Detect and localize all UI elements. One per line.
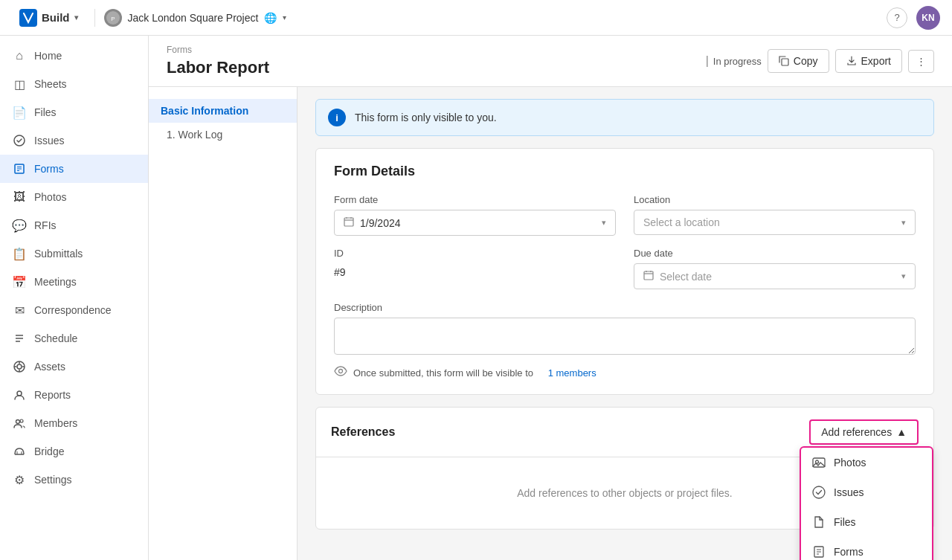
add-references-button[interactable]: Add references ▲: [809, 419, 919, 445]
meetings-icon: 📅: [12, 274, 27, 289]
form-date-value: 1/9/2024: [360, 217, 596, 229]
svg-point-16: [17, 391, 22, 396]
dropdown-label-issues: Issues: [834, 486, 863, 498]
issues-icon: [12, 133, 27, 148]
svg-point-17: [16, 420, 20, 424]
sidebar-item-schedule[interactable]: Schedule: [0, 324, 148, 353]
svg-rect-32: [813, 458, 825, 467]
sidebar-label-home: Home: [34, 50, 62, 62]
nav-label-work-log: 1. Work Log: [167, 129, 222, 141]
dropdown-item-issues[interactable]: Issues: [801, 477, 932, 507]
files-icon: 📄: [12, 105, 27, 120]
sidebar-item-reports[interactable]: Reports: [0, 381, 148, 409]
sidebar-label-schedule: Schedule: [34, 332, 77, 344]
id-value: #9: [334, 262, 616, 283]
nav-item-basic-info[interactable]: Basic Information: [149, 99, 297, 123]
help-button[interactable]: ?: [887, 7, 907, 28]
due-date-placeholder: Select date: [660, 271, 895, 283]
top-bar-divider: [94, 9, 95, 27]
dropdown-forms-icon: [811, 544, 826, 559]
status-text: In progress: [713, 56, 762, 67]
svg-point-10: [17, 364, 22, 369]
sidebar-item-submittals[interactable]: 📋 Submittals: [0, 239, 148, 268]
members-link[interactable]: 1 members: [548, 367, 596, 379]
svg-rect-22: [782, 59, 788, 65]
dropdown-photos-icon: [811, 455, 826, 470]
dropdown-item-photos[interactable]: Photos: [801, 448, 932, 477]
description-label: Description: [334, 302, 382, 313]
date-chevron-icon: ▾: [602, 218, 606, 228]
due-date-chevron-icon: ▾: [901, 271, 906, 281]
sidebar-label-sheets: Sheets: [34, 78, 67, 90]
sheets-icon: ◫: [12, 77, 27, 91]
due-calendar-icon: [643, 270, 654, 283]
info-icon: i: [328, 109, 346, 126]
rfis-icon: 💬: [12, 218, 27, 233]
description-textarea[interactable]: [334, 318, 916, 355]
sidebar-label-members: Members: [34, 417, 77, 429]
page-header-left: Forms Labor Report: [167, 45, 269, 77]
sidebar-item-files[interactable]: 📄 Files: [0, 98, 148, 126]
sidebar-item-issues[interactable]: Issues: [0, 126, 148, 155]
copy-label: Copy: [794, 55, 818, 67]
due-date-select[interactable]: Select date ▾: [634, 263, 916, 289]
sidebar-item-meetings[interactable]: 📅 Meetings: [0, 268, 148, 296]
sidebar-label-reports: Reports: [34, 389, 71, 401]
sidebar-item-members[interactable]: Members: [0, 409, 148, 437]
copy-button[interactable]: Copy: [768, 49, 829, 73]
sidebar-item-home[interactable]: ⌂ Home: [0, 42, 148, 70]
build-chevron-icon: ▾: [74, 13, 78, 22]
due-date-group: Due date Select date ▾: [634, 248, 916, 289]
svg-point-34: [813, 486, 825, 498]
sidebar-item-forms[interactable]: Forms: [0, 155, 148, 183]
location-chevron-icon: ▾: [901, 218, 906, 228]
sidebar-label-photos: Photos: [34, 191, 67, 203]
sidebar-item-rfis[interactable]: 💬 RFIs: [0, 211, 148, 239]
build-menu-button[interactable]: Build ▾: [12, 4, 86, 31]
status-dot-icon: |: [706, 54, 709, 68]
sidebar-item-photos[interactable]: 🖼 Photos: [0, 183, 148, 211]
form-details-title: Form Details: [334, 164, 916, 179]
main-layout: ⌂ Home ◫ Sheets 📄 Files Issues Forms 🖼 P…: [0, 36, 952, 560]
svg-point-18: [20, 419, 23, 422]
reports-icon: [12, 387, 27, 402]
add-references-chevron-icon: ▲: [896, 426, 907, 438]
two-panel: Basic Information 1. Work Log i This for…: [149, 87, 952, 560]
visibility-note: Once submitted, this form will be visibl…: [334, 366, 916, 379]
more-options-button[interactable]: ⋮: [908, 50, 934, 73]
sidebar-label-bridge: Bridge: [34, 445, 64, 457]
project-chevron-icon: ▾: [283, 13, 286, 22]
form-grid: Form date 1/9/2024 ▾ Location: [334, 194, 916, 289]
sidebar-item-assets[interactable]: Assets: [0, 353, 148, 381]
sidebar-item-sheets[interactable]: ◫ Sheets: [0, 70, 148, 98]
info-banner-message: This form is only visible to you.: [355, 112, 497, 123]
dropdown-label-files: Files: [834, 516, 856, 528]
content-area: Forms Labor Report | In progress Copy Ex…: [149, 36, 952, 560]
sidebar-item-bridge[interactable]: Bridge: [0, 437, 148, 466]
sidebar-item-correspondence[interactable]: ✉ Correspondence: [0, 296, 148, 324]
project-nav: P Jack London Square Project 🌐 ▾: [104, 9, 887, 27]
form-date-select[interactable]: 1/9/2024 ▾: [334, 210, 616, 236]
svg-rect-23: [344, 218, 353, 226]
nav-label-basic-info: Basic Information: [161, 105, 248, 117]
dropdown-item-forms[interactable]: Forms: [801, 537, 932, 560]
sidebar-item-settings[interactable]: ⚙ Settings: [0, 466, 148, 494]
project-name[interactable]: Jack London Square Project: [128, 12, 259, 24]
location-select[interactable]: Select a location ▾: [634, 210, 916, 235]
sidebar-label-settings: Settings: [34, 474, 72, 486]
sidebar-label-issues: Issues: [34, 135, 64, 147]
avatar[interactable]: KN: [916, 6, 940, 30]
sidebar-label-correspondence: Correspondence: [34, 304, 112, 316]
sidebar-label-files: Files: [34, 106, 57, 118]
add-references-dropdown: Photos Issues Files: [800, 446, 933, 560]
svg-text:P: P: [111, 16, 115, 22]
form-date-group: Form date 1/9/2024 ▾: [334, 194, 616, 236]
forms-icon: [12, 161, 27, 176]
left-nav-panel: Basic Information 1. Work Log: [149, 87, 298, 560]
export-button[interactable]: Export: [835, 49, 902, 73]
dropdown-item-files[interactable]: Files: [801, 507, 932, 537]
dropdown-files-icon: [811, 515, 826, 530]
due-date-label: Due date: [634, 248, 916, 259]
nav-item-work-log[interactable]: 1. Work Log: [149, 123, 297, 147]
location-placeholder: Select a location: [643, 216, 720, 228]
